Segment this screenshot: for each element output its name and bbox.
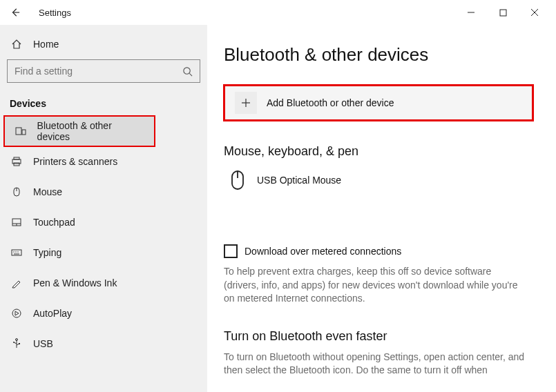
- sidebar-section-title: Devices: [0, 98, 207, 116]
- sidebar-item-pen[interactable]: Pen & Windows Ink: [0, 268, 207, 298]
- svg-line-5: [189, 73, 192, 76]
- sidebar-item-label: Pen & Windows Ink: [33, 277, 117, 288]
- sidebar-item-usb[interactable]: USB: [0, 329, 207, 359]
- sidebar-item-label: Printers & scanners: [33, 156, 117, 167]
- device-row[interactable]: USB Optical Mouse: [224, 167, 541, 203]
- titlebar: Settings: [0, 0, 556, 25]
- sidebar-item-autoplay[interactable]: AutoPlay: [0, 298, 207, 329]
- back-arrow-icon: [10, 8, 20, 17]
- home-icon: [10, 39, 23, 50]
- sidebar-item-touchpad[interactable]: Touchpad: [0, 207, 207, 237]
- close-button[interactable]: [519, 2, 550, 23]
- usb-icon: [10, 338, 23, 349]
- autoplay-icon: [10, 308, 23, 319]
- sidebar-item-bluetooth[interactable]: Bluetooth & other devices: [4, 116, 155, 146]
- svg-point-18: [15, 251, 16, 252]
- svg-rect-16: [12, 250, 21, 255]
- search-input[interactable]: [15, 66, 182, 77]
- metered-checkbox-label: Download over metered connections: [245, 246, 401, 257]
- sidebar-item-label: Bluetooth & other devices: [37, 120, 145, 142]
- svg-rect-7: [22, 130, 26, 135]
- svg-rect-6: [16, 128, 21, 135]
- metered-checkbox[interactable]: [224, 244, 238, 258]
- add-device-label: Add Bluetooth or other device: [267, 97, 394, 108]
- mouse-device-icon: [229, 170, 246, 190]
- search-icon: [182, 66, 193, 77]
- sidebar-item-label: Mouse: [33, 186, 62, 197]
- bluetooth-faster-help: To turn on Bluetooth without opening Set…: [224, 351, 528, 378]
- svg-point-4: [184, 67, 190, 73]
- section-mouse-keyboard-pen: Mouse, keyboard, & pen: [224, 144, 541, 159]
- minimize-icon: [467, 8, 475, 17]
- sidebar-item-mouse[interactable]: Mouse: [0, 177, 207, 207]
- pen-icon: [10, 277, 23, 288]
- svg-point-19: [17, 251, 18, 252]
- main-panel: Bluetooth & other devices Add Bluetooth …: [207, 25, 556, 392]
- sidebar-item-label: USB: [33, 338, 53, 349]
- metered-help-text: To help prevent extra charges, keep this…: [224, 265, 528, 306]
- sidebar-item-label: Typing: [33, 247, 61, 258]
- keyboard-icon: [10, 247, 23, 258]
- page-title: Bluetooth & other devices: [224, 44, 541, 66]
- minimize-button[interactable]: [455, 2, 487, 23]
- printer-icon: [10, 156, 23, 167]
- device-label: USB Optical Mouse: [257, 175, 341, 186]
- metered-checkbox-row[interactable]: Download over metered connections: [224, 244, 541, 258]
- home-label: Home: [33, 39, 59, 50]
- svg-point-21: [12, 309, 21, 317]
- touchpad-icon: [10, 217, 23, 228]
- search-input-wrap[interactable]: [7, 59, 200, 83]
- svg-point-17: [13, 251, 14, 252]
- sidebar-item-label: Touchpad: [33, 217, 75, 228]
- maximize-icon: [499, 9, 507, 17]
- back-button[interactable]: [6, 3, 25, 22]
- mouse-icon: [10, 186, 23, 197]
- svg-rect-1: [500, 10, 506, 16]
- plus-icon: [235, 92, 257, 114]
- sidebar: Home Devices Bluetooth & other devices P…: [0, 25, 207, 392]
- sidebar-item-printers[interactable]: Printers & scanners: [0, 146, 207, 177]
- maximize-button[interactable]: [487, 2, 519, 23]
- svg-rect-9: [14, 157, 19, 159]
- close-icon: [530, 8, 539, 17]
- sidebar-item-label: AutoPlay: [33, 308, 72, 319]
- window-title: Settings: [39, 8, 71, 18]
- home-link[interactable]: Home: [0, 35, 207, 59]
- svg-rect-25: [19, 343, 20, 344]
- bluetooth-devices-icon: [14, 126, 28, 137]
- section-bluetooth-faster: Turn on Bluetooth even faster: [224, 329, 541, 344]
- add-device-button[interactable]: Add Bluetooth or other device: [224, 85, 533, 121]
- sidebar-item-typing[interactable]: Typing: [0, 237, 207, 268]
- svg-point-24: [13, 342, 15, 343]
